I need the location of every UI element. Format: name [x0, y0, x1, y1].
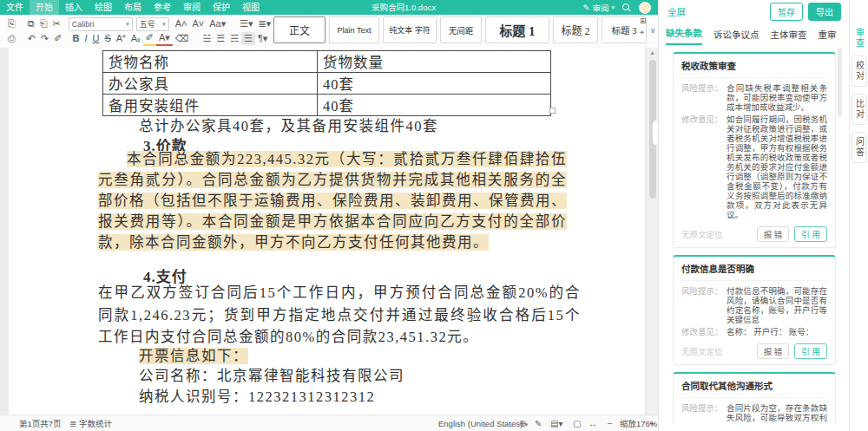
document-page[interactable]: 货物名称 货物数量 办公家具 40套 备用安装组件 40套 总计办公家具40套，… [9, 48, 645, 415]
page-indicator[interactable]: 第1页共7页 [19, 415, 62, 431]
cite-button[interactable]: 引 用 [794, 226, 827, 242]
menu-references[interactable]: 参考 [148, 0, 177, 15]
copy-button[interactable]: ⧉ [25, 17, 37, 30]
print-button[interactable]: ⎙ [5, 32, 18, 45]
style-normal[interactable]: 正文 [273, 16, 326, 43]
company-line[interactable]: 公司名称：北京幂律智能科技有限公司 [139, 364, 404, 385]
sidebar-scrollbar[interactable] [838, 48, 842, 117]
change-case-button[interactable]: Aa▾ [207, 17, 228, 30]
font-color-button[interactable]: A▾ [156, 31, 173, 46]
goods-table[interactable]: 货物名称 货物数量 办公家具 40套 备用安装组件 40套 [102, 50, 551, 116]
style-plain-text[interactable]: Plain Text [329, 16, 379, 43]
table-cell[interactable]: 40套 [318, 95, 551, 116]
risk-label: 风险提示： [681, 83, 727, 112]
align-right-button[interactable]: ☴ [227, 32, 241, 45]
style-no-spacing[interactable]: 无间距 [440, 16, 482, 43]
style-gallery-more-button[interactable]: ∨ [650, 16, 656, 43]
cite-button[interactable]: 引 用 [794, 343, 827, 359]
word-count-button[interactable]: ≣ 字数统计 [69, 415, 112, 431]
view-mode-icon[interactable]: ▤▾ [550, 415, 562, 431]
align-left-button[interactable]: ☱ [200, 32, 214, 45]
fullscreen-link[interactable]: 全屏 [667, 5, 686, 18]
zoom-in-button[interactable]: + [649, 415, 654, 431]
menu-protect[interactable]: 保护 [207, 0, 236, 15]
table-row: 货物名称 货物数量 [103, 51, 551, 73]
menu-review[interactable]: 审阅 [177, 0, 207, 15]
align-center-button[interactable]: ☰ [214, 32, 227, 45]
review-mode-selector[interactable]: ✎ 审阅 ▾ [583, 2, 615, 14]
justify-button[interactable]: ☰ [241, 32, 255, 45]
zoom-out-button[interactable]: − [608, 415, 613, 431]
no-source-label: 无原文定位 [681, 345, 723, 357]
strikethrough-button[interactable]: S [102, 32, 113, 45]
table-header-cell[interactable]: 货物数量 [318, 51, 551, 73]
italic-button[interactable]: I [82, 32, 89, 45]
rail-tab-qa[interactable]: 问答 [852, 132, 867, 163]
format-painter-button[interactable]: ✐ [51, 32, 64, 45]
paste-button[interactable]: ⎗ [37, 17, 50, 30]
superscript-button[interactable]: A˟ [114, 32, 128, 45]
save-button[interactable]: ⎘ [5, 17, 18, 30]
subscript-button[interactable]: Aₓ [128, 32, 143, 45]
menu-insert[interactable]: 插入 [59, 0, 89, 15]
table-cell[interactable]: 办公家具 [103, 73, 318, 95]
font-size-select[interactable]: 五号▾ [136, 17, 169, 31]
review-sidebar: 全屏 暂存 导出 缺失条款 诉讼争议点 主体审查 重审 税收政策审查 风险提示：… [658, 0, 850, 431]
fullscreen-view-icon[interactable]: ▢ [573, 415, 581, 431]
export-button[interactable]: 导出 [808, 3, 841, 21]
menu-file[interactable]: 文件 [0, 0, 30, 15]
tab-missing-clauses[interactable]: 缺失条款 [666, 26, 702, 45]
section3-paragraph[interactable]: 本合同总金额为223,445.32元（大写：贰拾贰万叁仟肆佰肆拾伍元叁角贰分）。… [98, 149, 567, 253]
cut-button[interactable]: ✂ [49, 17, 62, 30]
fit-width-icon[interactable]: ↔ [589, 415, 597, 431]
review-card-list: 税收政策审查 风险提示：合同缺失税率调整相关条款，可能因税率变动使甲方成本增加或… [659, 45, 843, 423]
summary-line[interactable]: 总计办公家具40套，及其备用安装组件40套 [139, 114, 438, 135]
section4-paragraph[interactable]: 在甲乙双方签订合同后15个工作日内，甲方预付合同总金额20%的合同款1,246.… [98, 282, 581, 349]
numbered-list-button[interactable]: ≣▾ [256, 17, 274, 30]
table-cell[interactable]: 40套 [318, 73, 551, 95]
paragraph-mark-button[interactable]: ¶▾ [255, 32, 270, 45]
rail-tab-compare[interactable]: 比对 [852, 94, 867, 125]
highlight-color-button[interactable]: ✐ [143, 31, 156, 46]
spellcheck-icon[interactable]: ✎ [535, 415, 542, 431]
underline-button[interactable]: U [89, 32, 102, 45]
report-error-button[interactable]: 报 错 [757, 226, 790, 242]
tax-id-line[interactable]: 纳税人识别号：122321312312312 [139, 385, 375, 406]
select-pane-icon[interactable]: ⊞ [640, 16, 647, 25]
menu-layout[interactable]: 布局 [118, 0, 148, 15]
menu-draw[interactable]: 绘图 [89, 0, 118, 15]
table-row: 备用安装组件 40套 [103, 95, 551, 116]
redo-button[interactable]: ↷ [38, 32, 51, 45]
avatar[interactable] [639, 2, 651, 14]
scroll-up-icon[interactable]: ▲ [647, 49, 658, 56]
tab-re-review[interactable]: 重审 [819, 28, 837, 45]
rail-tab-proofread[interactable]: 校对 [852, 56, 867, 87]
table-resize-handle[interactable] [549, 108, 556, 114]
menu-view[interactable]: 视图 [236, 0, 266, 15]
language-selector[interactable]: English (United States) ▾ [438, 415, 528, 431]
table-cell[interactable]: 备用安装组件 [103, 95, 318, 116]
document-workspace: 货物名称 货物数量 办公家具 40套 备用安装组件 40套 总计办公家具40套，… [0, 48, 658, 415]
style-heading1[interactable]: 标题 1 [485, 16, 549, 43]
document-scrollbar[interactable]: ▲ [647, 48, 658, 415]
globe-icon[interactable]: ⊕ [519, 415, 526, 431]
table-header-cell[interactable]: 货物名称 [103, 51, 318, 73]
undo-button[interactable]: ↶ [25, 32, 38, 45]
search-icon[interactable] [622, 3, 631, 12]
stash-button[interactable]: 暂存 [770, 3, 803, 21]
select-cursor-icon[interactable]: ⌖ [640, 28, 647, 37]
style-pure-text[interactable]: 纯文本 字符 [383, 16, 437, 43]
menu-home[interactable]: 开始 [30, 0, 59, 15]
style-heading2[interactable]: 标题 2 [553, 16, 598, 43]
tab-entity-review[interactable]: 主体审查 [771, 28, 807, 45]
bullet-list-button[interactable]: ☰▾ [237, 17, 255, 30]
shrink-font-button[interactable]: A˅ [189, 17, 207, 30]
tab-litigation-points[interactable]: 诉讼争议点 [713, 28, 760, 45]
grow-font-button[interactable]: A˄ [173, 17, 190, 30]
font-name-select[interactable]: Calibri▾ [69, 17, 133, 31]
report-error-button[interactable]: 报 错 [757, 343, 790, 359]
rail-tab-review[interactable]: 审查 [853, 28, 866, 49]
invoice-intro-line[interactable]: 开票信息如下： [139, 344, 248, 365]
bold-button[interactable]: B [69, 32, 82, 45]
clear-format-button[interactable]: ⌫ [173, 32, 192, 45]
